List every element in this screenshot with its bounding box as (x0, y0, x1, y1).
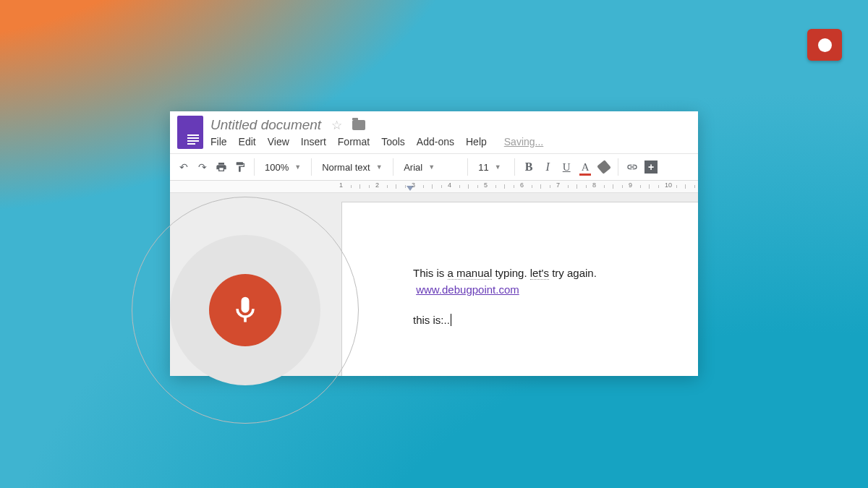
chevron-down-icon: ▼ (376, 163, 383, 171)
ruler-number: 6 (520, 181, 524, 189)
menu-file[interactable]: File (210, 136, 227, 147)
menu-tools[interactable]: Tools (381, 136, 405, 147)
insert-link-button[interactable] (624, 159, 640, 175)
ruler-number: 4 (448, 181, 451, 189)
paint-roller-icon (234, 161, 246, 173)
toolbar: ↶ ↷ 100%▼ Normal text▼ Arial▼ 11▼ B I U … (170, 153, 698, 181)
print-button[interactable] (213, 159, 229, 175)
voice-microphone-button[interactable] (209, 274, 281, 346)
text-cursor (451, 314, 451, 326)
folder-icon[interactable] (352, 120, 365, 130)
doc-text: This is (413, 267, 448, 279)
menu-help[interactable]: Help (466, 136, 487, 147)
save-status: Saving... (504, 136, 543, 147)
paint-format-button[interactable] (232, 159, 248, 175)
italic-button[interactable]: I (540, 159, 556, 175)
menu-insert[interactable]: Insert (301, 136, 326, 147)
star-icon[interactable]: ☆ (331, 118, 342, 133)
menubar: File Edit View Insert Format Tools Add-o… (210, 134, 543, 147)
screen-recorder-badge[interactable] (807, 29, 842, 61)
link-icon (626, 161, 638, 173)
chevron-down-icon: ▼ (495, 163, 501, 171)
print-icon (216, 161, 227, 173)
text-color-button[interactable]: A (577, 159, 593, 175)
ruler-number: 5 (484, 181, 488, 189)
horizontal-ruler[interactable]: 12345678910 (170, 181, 698, 193)
menu-format[interactable]: Format (338, 136, 370, 147)
record-icon (818, 38, 832, 52)
chevron-down-icon: ▼ (428, 163, 435, 171)
ruler-number: 2 (375, 181, 379, 189)
ruler-number: 8 (592, 181, 596, 189)
paragraph-style-value: Normal text (322, 162, 370, 173)
menu-edit[interactable]: Edit (239, 136, 256, 147)
docs-logo-icon[interactable] (177, 116, 203, 149)
font-size-select[interactable]: 11▼ (474, 162, 509, 173)
bold-button[interactable]: B (521, 159, 537, 175)
menu-addons[interactable]: Add-ons (417, 136, 454, 147)
font-value: Arial (404, 162, 422, 173)
doc-text: a manual (448, 267, 493, 280)
zoom-select[interactable]: 100%▼ (260, 162, 305, 173)
underline-button[interactable]: U (558, 159, 574, 175)
ruler-number: 7 (556, 181, 560, 189)
doc-hyperlink[interactable]: www.debugpoint.com (416, 283, 519, 296)
highlighter-icon (597, 160, 611, 174)
ruler-number: 3 (412, 181, 415, 189)
font-size-value: 11 (478, 162, 488, 173)
chevron-down-icon: ▼ (294, 163, 301, 171)
microphone-icon (229, 294, 261, 326)
menu-view[interactable]: View (268, 136, 289, 147)
paragraph-style-select[interactable]: Normal text▼ (318, 162, 387, 173)
font-select[interactable]: Arial▼ (399, 162, 461, 173)
more-tools-button[interactable]: + (643, 159, 659, 175)
zoom-value: 100% (265, 162, 289, 173)
redo-button[interactable]: ↷ (195, 159, 210, 175)
titlebar: Untitled document ☆ File Edit View Inser… (170, 111, 698, 149)
document-title[interactable]: Untitled document (210, 117, 321, 133)
ruler-number: 9 (629, 181, 632, 189)
doc-text: typing. (492, 267, 530, 279)
doc-text: try again. (549, 267, 597, 279)
ruler-number: 10 (665, 181, 672, 189)
undo-button[interactable]: ↶ (176, 159, 192, 175)
ruler-number: 1 (339, 181, 343, 189)
document-page[interactable]: This is a manual typing. let's try again… (341, 202, 698, 376)
doc-text: this is:.. (413, 314, 450, 326)
doc-text: let's (530, 267, 549, 280)
highlight-button[interactable] (596, 159, 612, 175)
